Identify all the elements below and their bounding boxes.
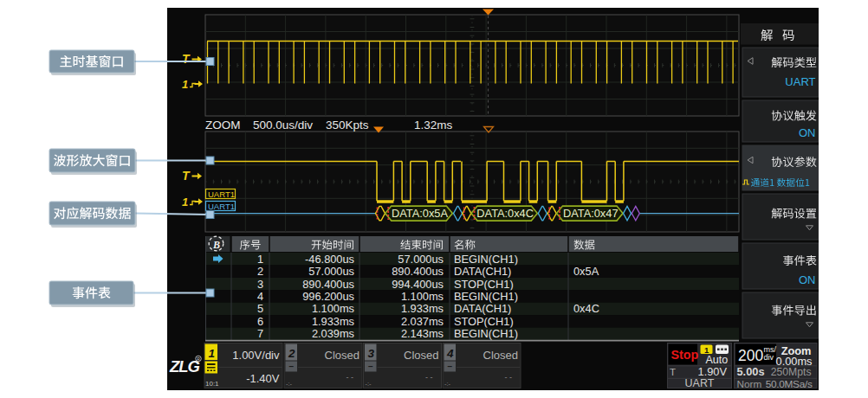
svg-text:350Kpts: 350Kpts (326, 119, 369, 132)
svg-text:890.400us: 890.400us (302, 278, 354, 291)
svg-text:1.100ms: 1.100ms (401, 290, 444, 303)
svg-text:1: 1 (209, 347, 216, 360)
svg-text:DATA:0x4C: DATA:0x4C (476, 207, 534, 220)
svg-text:2: 2 (257, 265, 263, 278)
svg-text:ms/: ms/ (764, 345, 777, 354)
svg-text:1: 1 (257, 253, 263, 266)
svg-text:BEGIN(CH1): BEGIN(CH1) (454, 253, 518, 266)
svg-text:STOP(CH1): STOP(CH1) (454, 315, 514, 328)
svg-text:ON: ON (799, 273, 816, 286)
svg-text:6: 6 (257, 315, 263, 328)
svg-text:2: 2 (288, 347, 295, 360)
svg-text:Stop: Stop (671, 348, 699, 362)
svg-text:-1.40V: -1.40V (246, 372, 280, 385)
svg-text:B: B (212, 239, 220, 251)
svg-text:R: R (197, 356, 200, 362)
svg-text:50.0MSa/s: 50.0MSa/s (766, 378, 813, 390)
svg-text:3: 3 (257, 278, 263, 291)
svg-text:Closed: Closed (404, 349, 438, 362)
svg-text:1.933ms: 1.933ms (312, 315, 354, 328)
svg-text:1.933ms: 1.933ms (401, 302, 444, 315)
svg-text:1.90V: 1.90V (698, 365, 728, 378)
svg-text:1.32ms: 1.32ms (414, 119, 453, 132)
svg-text:BEGIN(CH1): BEGIN(CH1) (454, 290, 518, 303)
svg-text:Norm: Norm (737, 378, 762, 390)
svg-text:890.400us: 890.400us (392, 265, 444, 278)
svg-text:T: T (182, 169, 191, 183)
svg-text:2.037ms: 2.037ms (401, 315, 444, 328)
svg-text:ON: ON (799, 126, 816, 139)
svg-text:DATA(CH1): DATA(CH1) (454, 265, 511, 278)
svg-text:10:1: 10:1 (205, 380, 219, 388)
svg-text:4: 4 (257, 290, 263, 303)
svg-text:57.000us: 57.000us (308, 265, 354, 278)
svg-text:1: 1 (182, 196, 188, 209)
svg-text:4: 4 (446, 347, 454, 360)
svg-text:1.00V/div: 1.00V/div (232, 349, 280, 362)
svg-text:- -: - - (425, 373, 433, 382)
svg-text:div: div (764, 353, 774, 362)
svg-text:DATA:0x47: DATA:0x47 (563, 207, 619, 220)
svg-text:200: 200 (738, 347, 763, 364)
svg-text:STOP(CH1): STOP(CH1) (454, 278, 514, 291)
svg-text:500.0us/div: 500.0us/div (253, 119, 313, 132)
svg-text:Closed: Closed (483, 349, 518, 362)
svg-text:-46.800us: -46.800us (305, 253, 354, 266)
svg-text:3: 3 (368, 347, 375, 360)
svg-text:BEGIN(CH1): BEGIN(CH1) (454, 327, 518, 340)
svg-text:- -: - - (505, 373, 513, 382)
svg-text:UART: UART (785, 75, 815, 88)
svg-text:DATA:0x5A: DATA:0x5A (392, 207, 448, 220)
svg-text:UART1: UART1 (208, 202, 235, 211)
svg-text:994.400us: 994.400us (392, 278, 444, 291)
svg-text:5: 5 (257, 302, 263, 315)
svg-text:Auto: Auto (706, 354, 729, 366)
svg-text:ZOOM: ZOOM (205, 119, 241, 132)
svg-text:2.143ms: 2.143ms (401, 327, 444, 340)
svg-text:5.00s: 5.00s (737, 365, 765, 378)
svg-text:- -: - - (347, 373, 354, 382)
svg-text:-:-: -:- (286, 380, 293, 388)
svg-text:−: − (448, 362, 453, 371)
svg-text:0x4C: 0x4C (573, 302, 599, 315)
svg-text:57.000us: 57.000us (398, 253, 444, 266)
svg-text:1: 1 (182, 78, 188, 91)
svg-text:0x5A: 0x5A (573, 265, 599, 278)
svg-text:250Mpts: 250Mpts (771, 366, 812, 378)
svg-text:-:-: -:- (444, 380, 451, 388)
svg-text:DATA(CH1): DATA(CH1) (454, 302, 511, 315)
svg-text:996.200us: 996.200us (302, 290, 354, 303)
svg-text:Closed: Closed (325, 349, 360, 362)
svg-text:−: − (289, 362, 295, 371)
svg-text:UART1: UART1 (208, 189, 235, 199)
svg-text:UART: UART (685, 377, 715, 389)
svg-text:2.039ms: 2.039ms (312, 327, 354, 340)
svg-text:T: T (182, 52, 191, 66)
svg-text:−: − (368, 362, 373, 371)
svg-text:-:-: -:- (366, 380, 372, 388)
svg-text:1.100ms: 1.100ms (312, 302, 354, 315)
svg-text:T: T (670, 367, 676, 377)
svg-text:ZLG: ZLG (169, 357, 200, 376)
svg-text:7: 7 (257, 327, 263, 340)
